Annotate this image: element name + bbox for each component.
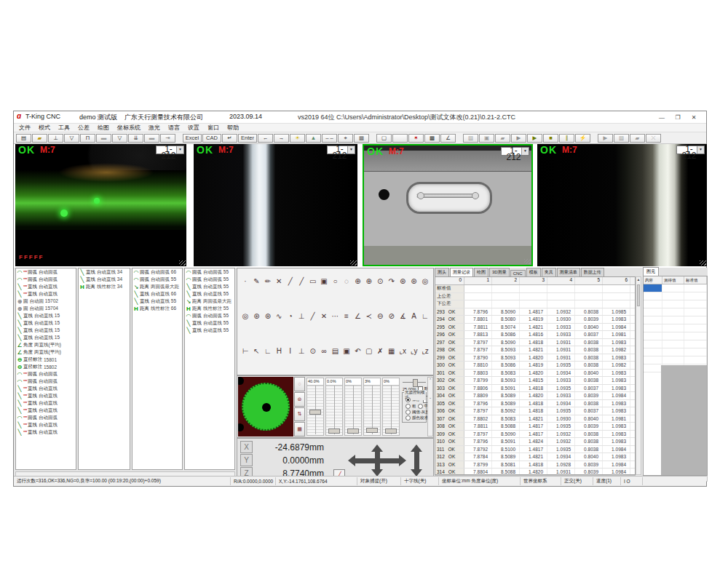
tool-icon[interactable]: ◔ — [285, 311, 296, 322]
element-row[interactable] — [644, 356, 707, 364]
camera-range-select[interactable]: 1-212▼ — [327, 146, 355, 154]
slider-thumb[interactable] — [328, 428, 340, 434]
list-item[interactable]: ◠圆弧自动圆弧 55 — [185, 312, 234, 319]
light-slider[interactable]: 0.0% — [325, 378, 343, 436]
element-row[interactable] — [644, 348, 707, 356]
tool-icon[interactable]: ▣ — [319, 276, 329, 287]
list-item[interactable]: ╲直线自动直线 34 — [79, 268, 130, 276]
list-item[interactable]: ⊖直径标注15802 — [16, 363, 76, 370]
list-item[interactable]: ◠***圆弧自动圆弧 — [16, 268, 76, 276]
selected-cell[interactable] — [644, 284, 662, 292]
camera-view-2[interactable]: OKM:71-212▼ — [194, 144, 357, 266]
list-item[interactable]: ╲直线自动直线 55 — [185, 327, 234, 334]
content-cell[interactable] — [644, 292, 662, 300]
tool-icon[interactable]: ≡ — [341, 311, 352, 322]
table-row[interactable]: 297OK7.87978.50901.48181.09310.80381.098… — [435, 339, 635, 347]
table-vscrollbar[interactable]: ▲ — [636, 276, 641, 475]
camera-view-1[interactable]: FFFFFOKM:71-212▼ — [15, 144, 186, 266]
list-item[interactable]: ╲***直线自动直线 — [16, 385, 76, 392]
light-channel-button[interactable]: ▦ — [294, 422, 305, 437]
content-cell[interactable] — [644, 316, 662, 324]
tab-5[interactable]: CNC — [510, 270, 526, 276]
list-item[interactable]: H距离线性标注 55 — [185, 305, 234, 312]
tool-icon[interactable]: ≺ — [364, 311, 374, 322]
menu-item[interactable]: 窗口 — [207, 124, 219, 132]
master-slider[interactable] — [403, 378, 426, 386]
save-icon[interactable]: ▤ — [16, 134, 31, 143]
content-cell[interactable] — [644, 332, 662, 340]
camera-view-3[interactable]: OKM:71-212▼ — [363, 144, 533, 266]
columns-down-icon[interactable]: ⇊ — [128, 134, 143, 143]
menu-item[interactable]: 模式 — [39, 124, 50, 132]
tab-3[interactable]: 绘图 — [474, 268, 488, 276]
list-item[interactable]: ◠圆弧自动圆弧 66 — [132, 268, 182, 276]
tab-2[interactable]: 测量记录 — [450, 268, 473, 276]
light-channel-button[interactable]: ⊚ — [294, 392, 305, 407]
content-cell[interactable] — [644, 308, 662, 316]
tool-icon[interactable]: ⊛ — [397, 276, 408, 287]
arrow-right-icon[interactable]: → — [274, 134, 289, 143]
dashes-icon[interactable]: – – — [322, 134, 337, 143]
slider-thumb[interactable] — [366, 428, 378, 433]
list-item[interactable]: ╲***直线自动直线 — [16, 421, 76, 428]
maximize-button[interactable]: ❐ — [671, 113, 684, 122]
camera-range-select[interactable]: 1-212▼ — [501, 147, 529, 156]
resize-grip[interactable] — [700, 260, 706, 266]
table-row[interactable]: 313OK7.87998.50811.48181.09280.80391.098… — [435, 461, 635, 469]
pattern-icon[interactable]: ▩ — [354, 134, 369, 143]
menu-item[interactable]: 工具 — [58, 124, 70, 132]
tool-icon[interactable]: ▢ — [364, 346, 374, 356]
element-row[interactable] — [644, 292, 707, 300]
bulb-icon[interactable]: ☀ — [290, 134, 305, 143]
blank-icon[interactable] — [392, 134, 408, 143]
element-row[interactable] — [644, 316, 707, 324]
tool-icon[interactable]: ○ — [331, 276, 341, 287]
slider-thumb[interactable] — [309, 410, 321, 415]
tool-icon[interactable]: ◌ — [341, 276, 352, 287]
play-icon[interactable]: ▶ — [511, 134, 526, 143]
table-row[interactable]: 309OK7.87978.50901.48171.09320.80381.098… — [435, 431, 635, 439]
play-icon[interactable]: ▶ — [598, 134, 613, 143]
element-row[interactable] — [644, 300, 707, 308]
minimize-button[interactable]: — — [655, 113, 668, 122]
tool-icon[interactable]: ⊖ — [375, 311, 385, 322]
special-row[interactable]: 上公差 — [435, 293, 635, 301]
tool-icon[interactable]: · — [240, 276, 250, 287]
save-radio[interactable] — [405, 397, 411, 402]
cad-export-button[interactable]: CAD — [202, 134, 221, 143]
content-cell[interactable] — [644, 340, 662, 348]
slider-thumb[interactable] — [347, 428, 359, 434]
list-item[interactable]: H距离线性标注 66 — [132, 305, 182, 312]
lasso-icon[interactable]: ▢ — [376, 134, 392, 143]
tool-icon[interactable]: ∠ — [352, 311, 363, 322]
y-jog-arrows[interactable] — [371, 445, 383, 477]
list-item[interactable]: ╲直线自动直线 15 — [16, 312, 76, 319]
chevron-down-icon[interactable]: ▼ — [176, 146, 183, 154]
tab-9[interactable]: 数据上传 — [581, 268, 604, 276]
light-channel-button[interactable]: ◌ — [294, 377, 305, 391]
tab-7[interactable]: 夹具 — [542, 268, 556, 276]
tool-icon[interactable]: ⊙ — [375, 276, 385, 287]
tool-icon[interactable]: ✏ — [263, 276, 273, 287]
tool-icon[interactable]: ⋯ — [331, 311, 341, 322]
tool-icon[interactable]: ╱ — [308, 311, 318, 322]
close-button[interactable]: ✕ — [687, 113, 700, 122]
size-radio[interactable] — [405, 404, 411, 409]
list-item[interactable]: ╲直线自动直线 15 — [16, 334, 76, 341]
save-icon[interactable]: ▥ — [614, 134, 629, 143]
tab-element[interactable]: 图元 — [643, 267, 659, 276]
chevron-down-icon[interactable]: ▼ — [347, 146, 355, 154]
tool-icon[interactable]: ▤ — [331, 346, 341, 356]
image-icon[interactable]: ▲ — [306, 134, 321, 143]
chart-icon[interactable]: ∠ — [440, 134, 456, 143]
special-row[interactable]: 下公差 — [435, 300, 635, 308]
menu-item[interactable]: 语言 — [168, 124, 180, 132]
table-row[interactable]: 314OK7.88048.50881.48201.09310.80391.098… — [435, 469, 635, 475]
dither-icon[interactable]: ▩ — [424, 134, 440, 143]
table-row[interactable]: 293OK7.87968.50901.48171.09320.80381.098… — [435, 308, 635, 316]
pause-icon[interactable]: ∥ — [559, 134, 574, 143]
chevron-down-icon[interactable]: ▼ — [521, 148, 529, 155]
list-item[interactable]: ◠***圆弧自动圆弧 — [16, 378, 76, 385]
list-item[interactable]: ∠角度两直线(平均) — [16, 341, 76, 348]
light-slider[interactable]: 0% — [344, 378, 362, 436]
